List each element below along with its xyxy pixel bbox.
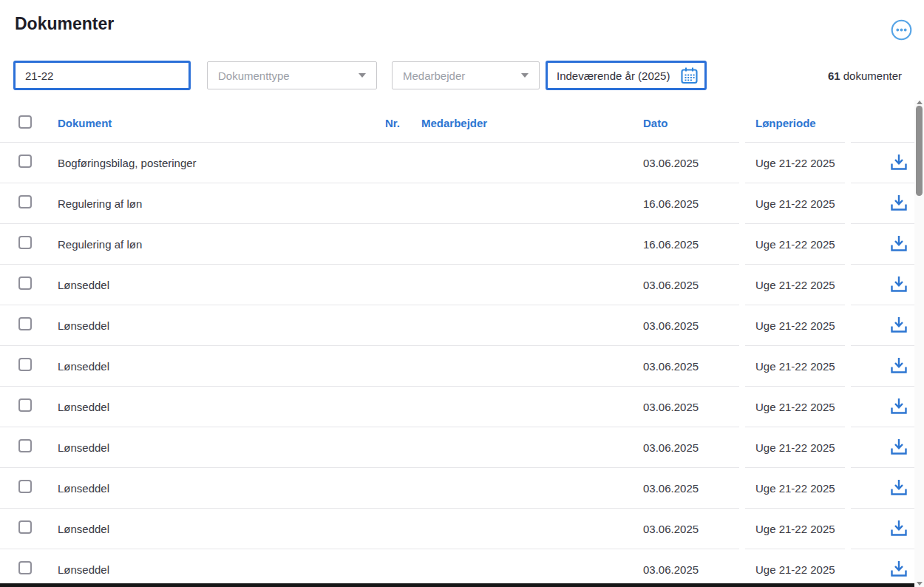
document-count-label: dokumenter [840, 69, 902, 82]
table-row: Regulering af løn 16.06.2025 Uge 21-22 2… [0, 224, 924, 265]
chevron-down-icon [521, 73, 529, 78]
page-title: Dokumenter [15, 13, 114, 35]
download-icon [889, 357, 908, 375]
cell-document: Lønseddel [44, 441, 383, 454]
employee-placeholder: Medarbejder [403, 69, 465, 82]
table-row: Lønseddel 03.06.2025 Uge 21-22 2025 [0, 509, 924, 549]
row-checkbox[interactable] [18, 276, 32, 290]
search-input[interactable] [13, 61, 191, 90]
period-value: Indeværende år (2025) [557, 69, 670, 82]
table-header-row: Dokument Nr. Medarbejder Dato Lønperiode [0, 104, 924, 143]
download-icon [889, 235, 908, 253]
vertical-scrollbar[interactable] [914, 100, 924, 587]
cell-period: Uge 21-22 2025 [745, 509, 845, 549]
cell-date: 03.06.2025 [636, 563, 739, 576]
scroll-up-arrow-icon[interactable] [917, 101, 923, 104]
cell-date: 16.06.2025 [636, 197, 739, 210]
scroll-down-arrow-icon[interactable] [917, 582, 923, 586]
column-header-lonperiode[interactable]: Lønperiode [745, 104, 845, 143]
documents-table: Dokument Nr. Medarbejder Dato Lønperiode… [0, 104, 924, 587]
download-icon [889, 479, 908, 497]
cell-period: Uge 21-22 2025 [745, 346, 845, 387]
cell-date: 03.06.2025 [636, 279, 739, 291]
cell-document: Lønseddel [44, 401, 383, 413]
download-button[interactable] [888, 437, 910, 458]
download-button[interactable] [888, 356, 910, 376]
cell-date: 03.06.2025 [636, 523, 739, 535]
cell-document: Lønseddel [44, 279, 383, 291]
download-button[interactable] [888, 193, 910, 214]
employee-select[interactable]: Medarbejder [392, 61, 540, 89]
cell-period: Uge 21-22 2025 [745, 224, 845, 265]
cell-document: Regulering af løn [44, 238, 383, 251]
download-icon [889, 276, 908, 294]
download-button[interactable] [888, 518, 910, 539]
cell-document: Lønseddel [44, 563, 383, 576]
cell-period: Uge 21-22 2025 [745, 427, 845, 468]
row-checkbox[interactable] [18, 480, 32, 493]
cell-date: 03.06.2025 [636, 441, 739, 454]
row-checkbox[interactable] [18, 358, 32, 371]
cell-period: Uge 21-22 2025 [745, 549, 845, 587]
more-options-button[interactable] [891, 19, 912, 41]
document-count-number: 61 [828, 69, 840, 82]
download-button[interactable] [888, 396, 910, 417]
cell-date: 03.06.2025 [636, 157, 739, 169]
download-button[interactable] [888, 234, 910, 254]
download-icon [889, 154, 908, 172]
table-row: Regulering af løn 16.06.2025 Uge 21-22 2… [0, 183, 924, 224]
cell-document: Regulering af løn [44, 197, 383, 210]
row-checkbox[interactable] [18, 236, 32, 249]
row-checkbox[interactable] [18, 561, 32, 574]
table-row: Lønseddel 03.06.2025 Uge 21-22 2025 [0, 346, 924, 387]
select-all-checkbox[interactable] [18, 115, 32, 129]
row-checkbox[interactable] [18, 195, 32, 208]
download-icon [889, 520, 908, 537]
download-icon [889, 398, 908, 415]
cell-period: Uge 21-22 2025 [745, 265, 845, 305]
table-row: Lønseddel 03.06.2025 Uge 21-22 2025 [0, 549, 924, 587]
cell-date: 03.06.2025 [636, 401, 739, 413]
column-header-dokument[interactable]: Dokument [44, 117, 383, 129]
row-checkbox[interactable] [18, 317, 32, 330]
row-checkbox[interactable] [18, 439, 32, 452]
column-header-actions [851, 104, 914, 143]
table-row: Lønseddel 03.06.2025 Uge 21-22 2025 [0, 387, 924, 427]
cell-period: Uge 21-22 2025 [745, 387, 845, 427]
cell-document: Lønseddel [44, 523, 383, 535]
row-checkbox[interactable] [18, 520, 32, 534]
row-checkbox[interactable] [18, 398, 32, 412]
table-row: Lønseddel 03.06.2025 Uge 21-22 2025 [0, 265, 924, 305]
table-row: Lønseddel 03.06.2025 Uge 21-22 2025 [0, 305, 924, 346]
download-button[interactable] [888, 152, 910, 173]
chevron-down-icon [359, 73, 366, 78]
cell-document: Lønseddel [44, 482, 383, 495]
column-header-medarbejder[interactable]: Medarbejder [414, 117, 636, 129]
column-header-nr[interactable]: Nr. [383, 117, 414, 129]
download-icon [889, 316, 908, 334]
calendar-icon [680, 67, 699, 85]
download-icon [889, 438, 908, 456]
ellipsis-icon [891, 19, 912, 41]
download-button[interactable] [888, 274, 910, 295]
cell-document: Bogføringsbilag, posteringer [44, 157, 383, 169]
scrollbar-thumb[interactable] [916, 106, 923, 196]
cell-document: Lønseddel [44, 360, 383, 373]
download-button[interactable] [888, 478, 910, 498]
cell-period: Uge 21-22 2025 [745, 143, 845, 183]
download-button[interactable] [888, 315, 910, 336]
column-header-dato[interactable]: Dato [636, 117, 739, 129]
cell-date: 03.06.2025 [636, 319, 739, 332]
table-body: Bogføringsbilag, posteringer 03.06.2025 … [0, 143, 924, 587]
cell-date: 03.06.2025 [636, 482, 739, 495]
document-type-select[interactable]: Dokumenttype [207, 61, 377, 89]
document-type-placeholder: Dokumenttype [218, 69, 290, 82]
download-button[interactable] [888, 559, 910, 580]
download-icon [889, 194, 908, 212]
period-filter[interactable]: Indeværende år (2025) [546, 61, 707, 90]
cell-date: 03.06.2025 [636, 360, 739, 373]
bottom-edge-bar [0, 583, 914, 587]
cell-period: Uge 21-22 2025 [745, 305, 845, 346]
row-checkbox[interactable] [18, 155, 32, 168]
table-row: Lønseddel 03.06.2025 Uge 21-22 2025 [0, 468, 924, 509]
